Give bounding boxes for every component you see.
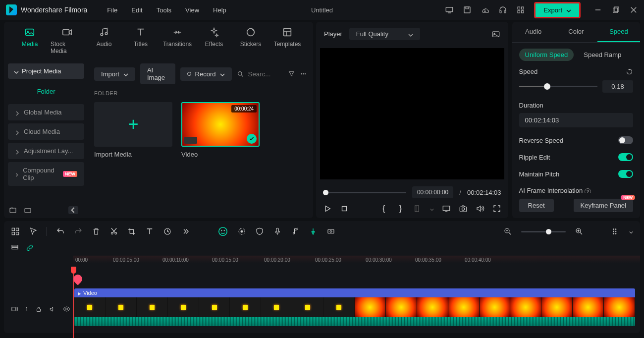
speed-ramp-tab[interactable]: Speed Ramp <box>578 49 627 61</box>
menu-tools[interactable]: Tools <box>157 6 171 14</box>
record-button[interactable]: Record <box>180 67 232 81</box>
more-icon[interactable] <box>300 69 307 78</box>
export-button[interactable]: Export <box>534 2 581 18</box>
preview-viewport[interactable] <box>320 48 504 179</box>
ai-face-icon[interactable] <box>217 226 228 237</box>
sidebar-cloud-media[interactable]: Cloud Media <box>8 123 84 140</box>
collapse-icon[interactable] <box>68 206 78 214</box>
ai-image-button[interactable]: AI Image <box>140 63 175 84</box>
project-media-header[interactable]: Project Media <box>8 63 84 79</box>
speed-value[interactable]: 0.18 <box>602 80 633 93</box>
tab-effects[interactable]: Effects <box>198 27 230 55</box>
tab-media[interactable]: Media <box>14 27 46 55</box>
mute-icon[interactable] <box>49 306 56 313</box>
screen-icon[interactable] <box>445 5 454 14</box>
tab-stickers[interactable]: Stickers <box>235 27 267 55</box>
new-folder-icon[interactable] <box>9 206 17 214</box>
duration-input[interactable]: 00:02:14:03 <box>519 113 633 127</box>
menu-file[interactable]: File <box>107 6 117 14</box>
search-input[interactable] <box>248 70 283 78</box>
chevron-down-icon[interactable] <box>430 206 434 211</box>
snapshot-icon[interactable] <box>491 30 500 39</box>
speed-icon[interactable] <box>163 227 172 236</box>
sidebar-compound-clip[interactable]: Compound ClipNEW <box>8 162 84 186</box>
zoom-in-icon[interactable] <box>575 227 584 236</box>
cursor-icon[interactable] <box>29 227 38 236</box>
mic-icon[interactable] <box>273 227 282 236</box>
reset-speed-icon[interactable] <box>626 68 633 75</box>
music-note-icon[interactable] <box>291 227 300 236</box>
keyframe-panel-button[interactable]: Keyframe Panel NEW <box>574 199 634 212</box>
fullscreen-icon[interactable] <box>492 204 501 213</box>
mark-out-icon[interactable]: } <box>396 204 405 213</box>
keyframe-icon[interactable] <box>326 227 335 236</box>
info-icon[interactable]: ? <box>585 188 591 193</box>
quality-select[interactable]: Full Quality <box>349 28 420 40</box>
maximize-icon[interactable] <box>611 5 620 14</box>
undo-icon[interactable] <box>56 227 65 236</box>
speed-slider[interactable] <box>519 86 597 87</box>
chevron-down-icon[interactable] <box>629 229 633 234</box>
track-layout-icon[interactable] <box>11 244 19 252</box>
video-clip[interactable]: Video <box>74 288 635 326</box>
lock-icon[interactable] <box>35 306 42 313</box>
video-track-icon[interactable] <box>11 305 18 313</box>
cloud-icon[interactable] <box>481 5 489 14</box>
tab-templates[interactable]: Templates <box>271 27 303 55</box>
arrange-icon[interactable] <box>11 227 20 236</box>
import-media-tile[interactable]: + Import Media <box>94 102 172 158</box>
camera-icon[interactable] <box>459 204 468 213</box>
color-icon[interactable] <box>237 227 246 236</box>
rtab-audio[interactable]: Audio <box>512 22 555 42</box>
crop-icon[interactable] <box>127 227 136 236</box>
rtab-color[interactable]: Color <box>555 22 597 42</box>
shield-icon[interactable] <box>255 227 264 236</box>
link-icon[interactable] <box>26 244 34 252</box>
tab-stock-media[interactable]: Stock Media <box>51 27 83 55</box>
rtab-speed[interactable]: Speed <box>597 22 640 42</box>
close-icon[interactable] <box>629 5 638 14</box>
scrubber[interactable] <box>323 192 406 193</box>
minimize-icon[interactable] <box>593 5 602 14</box>
redo-icon[interactable] <box>74 227 83 236</box>
monitor-icon[interactable] <box>442 204 451 213</box>
folder-tab[interactable]: Folder <box>8 85 84 98</box>
tab-transitions[interactable]: Transitions <box>161 27 193 55</box>
delete-icon[interactable] <box>92 227 101 236</box>
filter-icon[interactable] <box>288 69 295 78</box>
reverse-toggle[interactable] <box>618 136 633 144</box>
video-tile[interactable]: 00:00:24 Video <box>181 102 260 158</box>
more-tools-icon[interactable] <box>181 227 190 236</box>
play-icon[interactable] <box>323 204 332 213</box>
search-icon[interactable] <box>237 70 244 78</box>
sidebar-global-media[interactable]: Global Media <box>8 104 84 120</box>
save-icon[interactable] <box>463 5 472 14</box>
headphones-icon[interactable] <box>498 5 507 14</box>
eye-icon[interactable] <box>63 305 70 313</box>
menu-edit[interactable]: Edit <box>131 6 142 14</box>
text-icon[interactable] <box>145 227 154 236</box>
tab-titles[interactable]: Titles <box>125 27 157 55</box>
ratio-icon[interactable] <box>413 204 422 213</box>
reset-button[interactable]: Reset <box>519 199 554 212</box>
ripple-toggle[interactable] <box>618 153 633 161</box>
mark-in-icon[interactable]: { <box>379 204 388 213</box>
grid-icon[interactable] <box>516 5 525 14</box>
zoom-out-icon[interactable] <box>503 227 512 236</box>
folder-icon[interactable] <box>24 206 32 214</box>
timeline-ruler[interactable]: 00:00 00:00:05:00 00:00:10:00 00:00:15:0… <box>73 256 640 268</box>
zoom-slider[interactable] <box>521 231 566 232</box>
timeline-tracks[interactable]: 1 Video <box>4 268 640 337</box>
marker-tool-icon[interactable] <box>309 227 318 236</box>
stop-icon[interactable] <box>340 204 349 213</box>
uniform-speed-tab[interactable]: Uniform Speed <box>519 49 574 61</box>
menu-help[interactable]: Help <box>213 6 226 14</box>
menu-view[interactable]: View <box>185 6 199 14</box>
cut-icon[interactable] <box>109 227 118 236</box>
sidebar-adjustment-layer[interactable]: Adjustment Lay... <box>8 143 84 159</box>
view-mode-icon[interactable] <box>611 227 620 236</box>
tab-audio[interactable]: Audio <box>88 27 120 55</box>
volume-icon[interactable] <box>476 204 484 213</box>
import-button[interactable]: Import <box>94 67 135 81</box>
pitch-toggle[interactable] <box>618 170 633 178</box>
